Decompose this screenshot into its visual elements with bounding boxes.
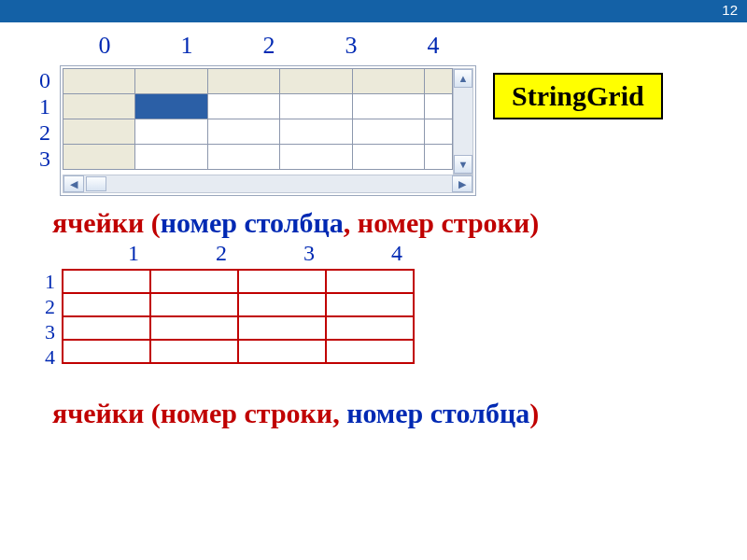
array-section: 1 2 3 4 1 2 3 4 Массив	[39, 241, 721, 390]
row-index: 2	[45, 294, 55, 319]
chevron-down-icon: ▼	[458, 159, 469, 170]
stringgrid-control[interactable]: ▲ ▼ ◀ ▶	[60, 65, 476, 196]
row-index: 4	[45, 344, 55, 370]
col-index: 2	[177, 241, 265, 266]
row-index: 0	[39, 67, 50, 93]
caption-stringgrid: ячейки (номер столбца, номер строки)	[52, 207, 721, 239]
col-index: 3	[310, 32, 392, 60]
row-index: 3	[39, 146, 50, 172]
array-col-headers: 1 2 3 4	[90, 241, 441, 266]
stringgrid-section: 0 1 2 3 4 0 1 2 3 ▲ ▼	[26, 32, 721, 200]
scroll-down-button[interactable]: ▼	[454, 155, 472, 174]
scroll-right-button[interactable]: ▶	[452, 175, 472, 192]
vertical-scrollbar[interactable]: ▲ ▼	[453, 68, 473, 175]
row-index: 1	[39, 93, 50, 119]
col-index: 3	[265, 241, 353, 266]
stringgrid-cells[interactable]	[63, 68, 453, 170]
array-grid	[62, 269, 415, 364]
stringgrid-col-headers: 0 1 2 3 4	[63, 32, 474, 60]
chevron-left-icon: ◀	[70, 178, 78, 190]
chevron-up-icon: ▲	[458, 73, 469, 84]
title-bar: 12	[0, 0, 747, 22]
stringgrid-row-headers: 0 1 2 3	[39, 67, 50, 172]
col-index: 1	[146, 32, 228, 60]
horizontal-scrollbar[interactable]: ◀ ▶	[63, 175, 473, 193]
col-index: 4	[353, 241, 441, 266]
col-index: 2	[228, 32, 310, 60]
row-index: 1	[45, 269, 55, 294]
row-index: 2	[39, 119, 50, 146]
col-index: 4	[392, 32, 474, 60]
caption-array: ячейки (номер строки, номер столбца)	[52, 398, 721, 429]
col-index: 1	[90, 241, 177, 266]
chevron-right-icon: ▶	[458, 178, 466, 190]
row-index: 3	[45, 319, 55, 344]
slide-number: 12	[722, 2, 738, 18]
scroll-up-button[interactable]: ▲	[454, 69, 472, 88]
stringgrid-label: StringGrid	[493, 73, 663, 119]
array-row-headers: 1 2 3 4	[45, 269, 55, 370]
selected-cell[interactable]	[135, 94, 207, 119]
scroll-thumb[interactable]	[86, 176, 106, 191]
col-index: 0	[63, 32, 146, 60]
scroll-left-button[interactable]: ◀	[63, 175, 84, 192]
